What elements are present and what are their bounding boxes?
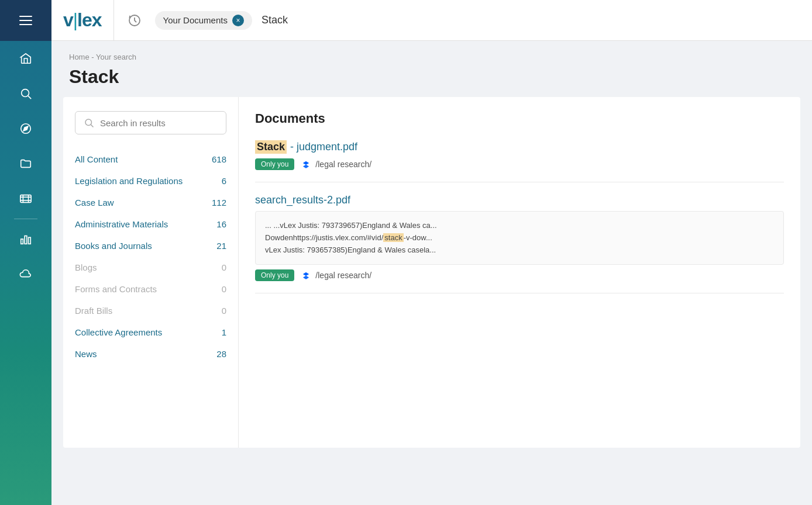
main-area: v|lex Your Documents × Stack Home - Your… — [51, 0, 812, 505]
history-button[interactable] — [123, 9, 146, 32]
search-in-results-input[interactable] — [100, 118, 218, 128]
logo-area: v|lex — [63, 0, 114, 40]
only-you-badge-1: Only you — [255, 158, 294, 170]
page-header: Home - Your search Stack — [51, 41, 812, 97]
svg-rect-10 — [21, 239, 23, 244]
compass-icon[interactable] — [0, 111, 51, 146]
breadcrumb-current: Your search — [96, 53, 136, 61]
dropbox-meta-1: /legal research/ — [300, 158, 371, 170]
filter-administrative-label: Administrative Materials — [75, 219, 168, 229]
main-card: All Content 618 Legislation and Regulati… — [63, 97, 800, 448]
remove-filter-button[interactable]: × — [232, 15, 244, 26]
filter-legislation-count: 6 — [222, 176, 226, 186]
svg-point-14 — [85, 119, 92, 126]
filter-legislation[interactable]: Legislation and Regulations 6 — [75, 170, 226, 192]
breadcrumb-home[interactable]: Home — [69, 53, 90, 61]
filter-news[interactable]: News 28 — [75, 343, 226, 365]
content-area: Home - Your search Stack All Content 618 — [51, 41, 812, 505]
filter-news-label: News — [75, 349, 97, 359]
filter-books[interactable]: Books and Journals 21 — [75, 235, 226, 257]
doc-snippet-2: ... ...vLex Justis: 793739657)England & … — [255, 211, 784, 265]
filter-case-law-label: Case Law — [75, 198, 114, 207]
sidebar — [0, 0, 51, 505]
documents-panel: Documents Stack - judgment.pdf Only you — [239, 97, 800, 448]
page-title: Stack — [69, 66, 794, 88]
filter-news-count: 28 — [216, 349, 226, 359]
filter-blogs-count: 0 — [222, 262, 226, 272]
filter-case-law-count: 112 — [212, 198, 226, 207]
filter-panel: All Content 618 Legislation and Regulati… — [63, 97, 239, 448]
film-icon[interactable] — [0, 181, 51, 216]
svg-rect-5 — [20, 195, 31, 203]
doc-title-link-1[interactable]: - judgment.pdf — [290, 141, 357, 153]
dropbox-path-2: /legal research/ — [315, 271, 371, 280]
doc-highlight-stack: Stack — [255, 140, 287, 154]
doc-title-link-2[interactable]: search_results-2.pdf — [255, 194, 350, 206]
topbar: v|lex Your Documents × Stack — [51, 0, 812, 41]
search-nav-icon[interactable] — [0, 76, 51, 111]
breadcrumb-separator: - — [91, 53, 94, 61]
analytics-icon[interactable] — [0, 222, 51, 257]
folder-icon[interactable] — [0, 146, 51, 181]
filter-all-content[interactable]: All Content 618 — [75, 148, 226, 170]
only-you-badge-2: Only you — [255, 269, 294, 281]
documents-title: Documents — [255, 111, 784, 126]
svg-point-0 — [22, 89, 29, 97]
dropbox-meta-2: /legal research/ — [300, 269, 371, 281]
filter-case-law[interactable]: Case Law 112 — [75, 192, 226, 213]
cloud-icon[interactable] — [0, 257, 51, 292]
filter-all-content-label: All Content — [75, 154, 118, 164]
your-documents-filter[interactable]: Your Documents × — [155, 11, 252, 30]
hamburger-icon — [19, 16, 32, 25]
filter-draft-bills-count: 0 — [222, 306, 226, 316]
search-box-icon — [84, 117, 94, 128]
svg-rect-12 — [29, 237, 31, 244]
dropbox-icon-2 — [300, 269, 312, 281]
filter-blogs-label: Blogs — [75, 262, 97, 272]
home-icon[interactable] — [0, 41, 51, 76]
filter-forms-label: Forms and Contracts — [75, 284, 157, 294]
document-title-row-2: search_results-2.pdf — [255, 194, 784, 206]
filter-draft-bills[interactable]: Draft Bills 0 — [75, 300, 226, 321]
breadcrumb: Home - Your search — [69, 53, 794, 61]
filter-collective-label: Collective Agreements — [75, 327, 162, 337]
snippet-highlight: stack — [383, 233, 403, 242]
svg-line-1 — [28, 96, 31, 99]
document-meta-1: Only you /legal research/ — [255, 158, 784, 170]
filter-administrative-count: 16 — [216, 219, 226, 229]
stack-label: Stack — [262, 14, 288, 26]
your-documents-label: Your Documents — [163, 15, 228, 25]
filter-blogs[interactable]: Blogs 0 — [75, 257, 226, 278]
filter-collective-count: 1 — [222, 327, 226, 337]
filter-collective[interactable]: Collective Agreements 1 — [75, 321, 226, 343]
dropbox-icon-1 — [300, 158, 312, 170]
dropbox-path-1: /legal research/ — [315, 160, 371, 169]
filter-administrative[interactable]: Administrative Materials 16 — [75, 213, 226, 235]
filter-forms[interactable]: Forms and Contracts 0 — [75, 278, 226, 300]
document-item-2: search_results-2.pdf ... ...vLex Justis:… — [255, 194, 784, 293]
filter-all-content-count: 618 — [212, 154, 226, 164]
document-title-row: Stack - judgment.pdf — [255, 140, 784, 154]
filter-forms-count: 0 — [222, 284, 226, 294]
logo: v|lex — [63, 9, 102, 31]
document-item: Stack - judgment.pdf Only you /legal res… — [255, 140, 784, 182]
filter-books-label: Books and Journals — [75, 241, 152, 251]
search-in-results-box[interactable] — [75, 111, 226, 134]
svg-line-15 — [91, 124, 93, 127]
filter-draft-bills-label: Draft Bills — [75, 306, 112, 316]
filter-legislation-label: Legislation and Regulations — [75, 176, 183, 186]
hamburger-menu[interactable] — [0, 0, 51, 41]
filter-books-count: 21 — [216, 241, 226, 251]
svg-rect-11 — [25, 236, 27, 244]
document-meta-2: Only you /legal research/ — [255, 269, 784, 281]
sidebar-divider — [14, 219, 37, 219]
